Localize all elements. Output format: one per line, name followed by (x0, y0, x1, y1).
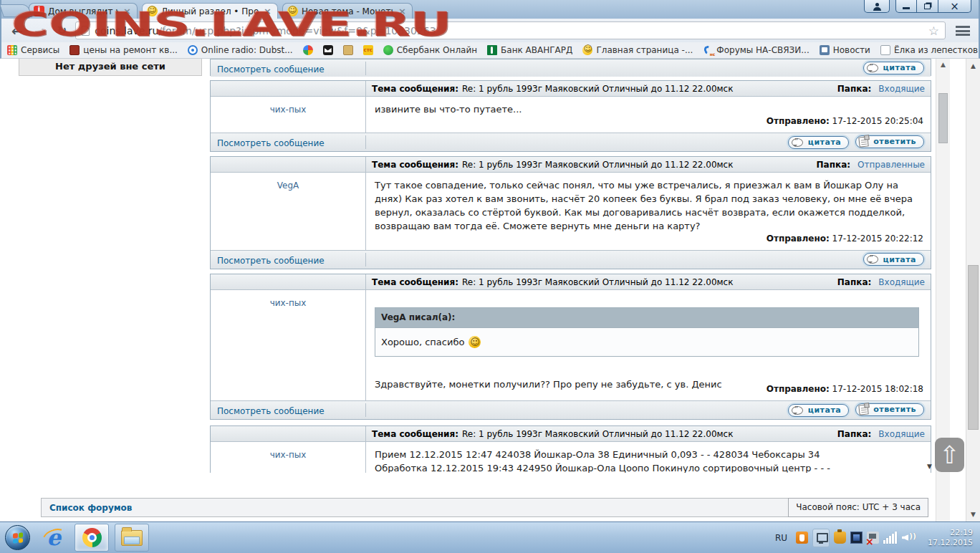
author-link[interactable]: чих-пых (270, 298, 307, 308)
bookmark-item[interactable] (303, 45, 313, 55)
browser-scrollbar-thumb[interactable] (968, 265, 979, 430)
pm-reply-button[interactable]: ответить (855, 135, 924, 148)
language-indicator[interactable]: RU (775, 533, 787, 543)
pm-body-cell: VegA писал(а):Хорошо, спасибоЗдравствуйт… (366, 290, 931, 400)
avangard-icon (487, 45, 497, 55)
scroll-up-icon[interactable]: ▲ (936, 61, 950, 68)
author-link[interactable]: VegA (277, 181, 299, 191)
folder-link[interactable]: Отправленные (858, 160, 925, 170)
pm-body-row: чих-пыхVegA писал(а):Хорошо, спасибоЗдра… (211, 290, 931, 400)
view-message-link[interactable]: Посмотреть сообщение (217, 256, 325, 266)
tray-hidden-icons-button[interactable] (812, 529, 830, 547)
pm-author-cell: чих-пых (211, 97, 366, 133)
forum-list-link[interactable]: Список форумов (49, 503, 132, 513)
pm-body-cell: Тут такое совпадение, только сейчас поня… (366, 173, 931, 250)
browser-tab-active[interactable]: Личный раздел • Просмо× (142, 3, 278, 19)
view-message-link[interactable]: Посмотреть сообщение (217, 64, 325, 74)
folder-link[interactable]: Входящие (878, 429, 925, 439)
red-badge-favicon-icon (34, 6, 44, 16)
refresh-button[interactable]: ↻ (52, 24, 72, 37)
no-friends-label: Нет друзей вне сети (19, 61, 201, 72)
bookmark-item[interactable]: цены на ремонт кв... (69, 45, 178, 55)
chrome-menu-icon[interactable] (956, 26, 970, 36)
apps-grid-icon (7, 45, 17, 55)
pm-quote-button[interactable]: цитата (863, 62, 924, 74)
pm-quote-button[interactable]: цитата (788, 136, 849, 149)
back-button[interactable]: ← (6, 23, 29, 39)
inner-scroll-down-icon[interactable]: ▼ (927, 463, 932, 470)
tray-network-error-icon[interactable] (867, 532, 879, 544)
taskbar-explorer[interactable] (115, 524, 149, 552)
new-tab-button[interactable] (0, 4, 32, 17)
view-message-link[interactable]: Посмотреть сообщение (217, 406, 325, 416)
taskbar-chrome[interactable] (75, 524, 109, 552)
tray-volume-icon[interactable] (902, 532, 918, 544)
folder-link[interactable]: Входящие (878, 84, 925, 94)
inner-scrollbar-thumb[interactable] (938, 93, 948, 143)
quote-bubble-icon (792, 138, 803, 147)
address-bar[interactable]: coins.lave.ru/forum/ucp.php?i=pm&mode=vi… (75, 21, 946, 39)
tab-close-icon[interactable]: × (122, 6, 133, 16)
news-icon (820, 45, 830, 55)
pm-list: Посмотреть сообщениецитатаТема сообщения… (210, 59, 931, 473)
restore-button[interactable] (917, 0, 938, 13)
scroll-to-top-button[interactable]: ⇧ (935, 438, 964, 472)
url-path: /forum/ucp.php?i=pm&mode=view&f=0&p=1063… (158, 25, 436, 37)
radio-icon (188, 45, 198, 55)
bookmark-item[interactable]: Банк АВАНГАРД (487, 45, 572, 55)
folder-icon (121, 530, 143, 546)
clock-time: 22:19 (928, 528, 973, 538)
forward-button[interactable]: → (29, 23, 52, 39)
sent-line: Отправлено: 17-12-2015 18:02:18 (767, 383, 923, 396)
close-button[interactable]: × (938, 0, 971, 13)
tab-close-icon[interactable]: × (397, 6, 408, 16)
pm-reply-button[interactable]: ответить (855, 403, 924, 416)
author-link[interactable]: чих-пых (270, 105, 307, 115)
start-button[interactable] (5, 525, 30, 550)
scrollbar-down-icon[interactable]: ▼ (966, 511, 980, 518)
browser-tab[interactable]: Новая тема - Монеты Рос× (282, 3, 413, 19)
bookmark-item[interactable] (343, 45, 353, 55)
bookmark-item[interactable]: Сбербанк Онлайн (383, 45, 477, 55)
tray-display-icon[interactable] (850, 532, 863, 544)
tray-app-icon[interactable] (834, 532, 846, 544)
system-tray: RU 22:19 17.12.2015 (775, 528, 980, 548)
folder-link[interactable]: Входящие (878, 277, 925, 287)
quote-bubble-icon (867, 64, 878, 72)
pm-quote-button[interactable]: цитата (788, 404, 849, 417)
scrollbar-up-icon[interactable]: ▲ (966, 62, 980, 69)
bookmark-item[interactable]: Ёлка из лепестков ... (880, 45, 980, 55)
bookmark-item[interactable]: Главная страница -... (582, 45, 693, 55)
bookmark-item[interactable]: Новости (820, 45, 870, 55)
pm-subject: Re: 1 рубль 1993г Маяковский Отличный до… (462, 277, 733, 287)
pm-folder: Папка:Входящие (837, 429, 925, 439)
pm-actions-row: Посмотреть сообщениецитата (211, 59, 931, 77)
google-dots-icon (303, 45, 313, 55)
tab-close-icon[interactable]: × (262, 6, 273, 16)
bookmark-item[interactable]: стс (363, 45, 373, 55)
browser-tab[interactable]: Дом выглядит как двор× (29, 3, 138, 19)
pm-quote-button[interactable]: цитата (863, 253, 924, 266)
person-icon (873, 3, 880, 10)
minimize-button[interactable] (895, 0, 917, 13)
subject-label: Тема сообщения: (372, 160, 458, 170)
view-message-link[interactable]: Посмотреть сообщение (217, 138, 325, 148)
profile-button[interactable] (864, 0, 890, 13)
tray-signal-icon[interactable] (883, 532, 898, 544)
tray-updater-icon[interactable] (796, 532, 808, 544)
bookmark-label: Форумы НА-СВЯЗИ... (716, 45, 809, 55)
bookmark-item[interactable]: Форумы НА-СВЯЗИ... (703, 45, 809, 55)
bookmark-item[interactable]: Сервисы (7, 45, 59, 55)
pm-author-cell: чих-пых (211, 290, 366, 400)
taskbar-internet-explorer[interactable]: e (39, 524, 69, 552)
pm-folder: Папка:Отправленные (817, 160, 925, 170)
bookmark-star-icon[interactable]: ☆ (928, 24, 939, 38)
taskbar-clock[interactable]: 22:19 17.12.2015 (928, 528, 973, 548)
bookmark-item[interactable] (323, 45, 333, 55)
author-link[interactable]: чих-пых (270, 450, 307, 460)
browser-scrollbar[interactable]: ▲ ▼ (966, 59, 980, 521)
bookmark-item[interactable]: Online radio: Dubst... (188, 45, 293, 55)
message-line: Тут такое совпадение, только сейчас поня… (375, 178, 922, 233)
pm-subject-row-main: Тема сообщения:Re: 1 рубль 1993г Маяковс… (366, 274, 931, 289)
red-photo-icon (69, 45, 80, 55)
